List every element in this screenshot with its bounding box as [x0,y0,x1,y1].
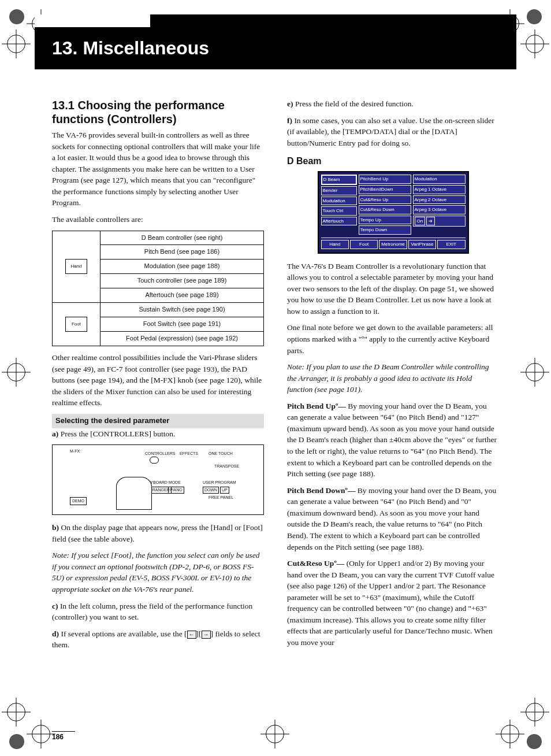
panel-illustration: M-FX DEMO CONTROLLERS EFFECTS ONE TOUCH … [52,444,264,515]
panel-label: USER PROGRAM [203,480,236,486]
table-row: Foot Pedal (expression) (see page 192) [100,332,264,346]
page-number: 186 [52,731,75,741]
step-b-note: Note: If you select [Foot], the function… [52,550,264,595]
screen-tab: VariPhrase [408,240,436,249]
panel-label: EFFECTS [180,451,198,457]
table-row: D Beam controller (see right) [100,231,264,245]
arrow-right-icon: ➔ [426,217,435,226]
foot-cell: Foot [53,303,100,346]
table-row: Pitch Bend (see page 186) [100,245,264,260]
screen-item: Tempo Up [359,216,411,225]
screen-left-col: D Beam Bender Modulation Touch Ctrl Afte… [321,175,357,236]
screen-item: Arpeg 1 Octave [413,185,466,194]
chapter-header: 13. Miscellaneous [35,14,516,69]
corner-dot-icon [527,9,542,24]
controllers-button-icon [150,457,159,464]
panel-label: UP [220,487,229,494]
foot-icon: Foot [65,317,87,332]
reg-mark-icon [526,35,544,53]
corner-dot-icon [527,734,542,749]
step-b: b) On the display page that appears now,… [52,522,264,544]
reg-mark-icon [7,703,25,721]
table-row: Foot Switch (see page 191) [100,317,264,332]
screen-item: PitchBendDown [359,185,411,194]
screen-item: Modulation [321,197,357,206]
hand-cell: Hand [53,231,100,303]
screen-tab: EXIT [437,240,465,249]
corner-dot-icon [9,734,24,749]
section-heading: 13.1 Choosing the performance functions … [52,98,264,126]
right-column: e) Press the field of the desired functi… [287,98,499,656]
screen-tab: Foot [350,240,378,249]
screen-item: Modulation [413,175,466,184]
reg-mark-icon [7,363,25,381]
step-e: e) Press the field of the desired functi… [287,98,499,110]
step-a: a) Press the [CONTROLLERS] button. [52,428,264,440]
pointing-hand-icon [116,477,152,510]
screen-tab: Metronome [379,240,407,249]
screen-nav: On ➔ [413,216,466,227]
screen-item: Aftertouch [321,217,357,226]
pitch-bend-up: Pitch Bend Upº— By moving your hand over… [287,401,499,480]
reg-mark-icon [526,703,544,721]
corner-dot-icon [9,9,24,24]
step-c: c) In the left column, press the field o… [52,601,264,623]
step-f: f) In some cases, you can also set a val… [287,115,499,149]
screen-item: Arpeg 2 Octave [413,195,466,205]
screen-item: Cut&Reso Up [359,195,411,205]
screen-tab: Hand [321,240,349,249]
panel-label: DOWN [203,487,219,494]
subheading: Selecting the desired parameter [52,414,264,428]
intro-paragraph: The VA-76 provides several built-in cont… [52,129,264,209]
controllers-table: Hand D Beam controller (see right) Pitch… [52,231,264,347]
arrow-right-icon: → [202,631,211,639]
dbeam-p1: The VA-76's D Beam Controller is a revol… [287,261,499,317]
screen-item: Touch Ctrl [321,206,357,216]
hand-icon: Hand [65,259,87,274]
available-line: The available controllers are: [52,214,264,225]
dbeam-p2: One final note before we get down to the… [287,322,499,356]
screen-bottom-row: Hand Foot Metronome VariPhrase EXIT [321,238,466,250]
panel-label: FREE PANEL [209,495,233,501]
reg-mark-icon [526,363,544,381]
screen-item: Cut&Reso Down [359,205,411,214]
dbeam-heading: D Beam [287,154,499,168]
dbeam-note: Note: If you plan to use the D Beam Cont… [287,361,499,395]
arrow-left-icon: ← [187,631,196,639]
screen-item: Tempo Down [359,225,411,235]
reg-mark-icon [7,35,25,53]
screen-right-col: Modulation Arpeg 1 Octave Arpeg 2 Octave… [413,175,466,236]
table-row: Modulation (see page 188) [100,260,264,274]
panel-label: DEMO [70,497,87,505]
left-column: 13.1 Choosing the performance functions … [52,98,264,656]
cut-reso-up: Cut&Reso Upº— (Only for Upper1 and/or 2)… [287,558,499,648]
screen-item: Bender [321,186,357,195]
panel-label: ONE TOUCH [209,451,233,457]
screen-item: D Beam [321,175,357,185]
screen-item: Arpeg 3 Octave [413,205,466,214]
panel-label: CONTROLLERS [145,451,176,457]
after-table-paragraph: Other realtime control possibilities inc… [52,352,264,409]
panel-label: TRANSPOSE [214,464,239,469]
panel-label: M-FX [70,449,80,454]
pitch-bend-down: Pitch Bend Downº— By moving your hand ov… [287,485,499,553]
screen-illustration: D Beam Bender Modulation Touch Ctrl Afte… [318,171,469,253]
table-row: Touch controller (see page 189) [100,274,264,288]
step-d: d) If several options are available, use… [52,628,264,651]
table-row: Sustain Switch (see page 190) [100,303,264,317]
on-button-icon: On [415,217,426,226]
table-row: Aftertouch (see page 189) [100,288,264,303]
screen-mid-col: PitchBend Up PitchBendDown Cut&Reso Up C… [359,175,411,236]
chapter-title: 13. Miscellaneous [52,38,516,59]
panel-label: PIANO [168,487,184,494]
screen-item: PitchBend Up [359,175,411,184]
